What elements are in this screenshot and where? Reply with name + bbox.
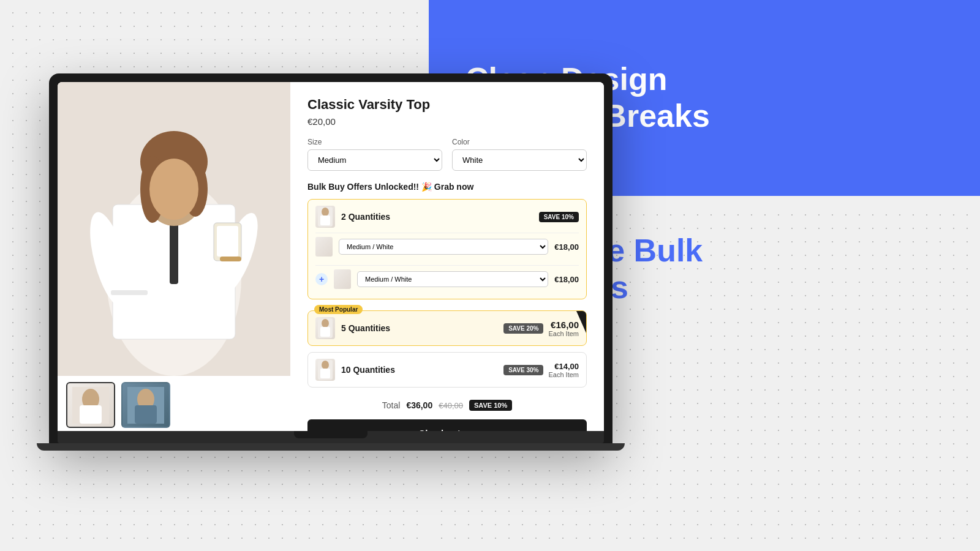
svg-rect-22 [135,405,157,424]
size-label: Size [307,138,442,146]
size-select[interactable]: Medium Small Large [307,149,442,171]
product-title: Classic Varsity Top [307,97,587,113]
total-row: Total €36,00 €40,00 SAVE 10% [307,394,587,417]
total-save-badge: SAVE 10% [469,400,512,411]
product-detail-col: Classic Varsity Top €20,00 Size Medium S… [290,82,604,431]
svg-rect-16 [111,290,148,295]
svg-rect-28 [320,327,330,337]
tier-2-left: 2 Quantities [315,206,390,228]
tier-2-qty: 2 Quantities [341,212,390,222]
tier-10-thumb [315,359,335,381]
product-main-image [58,82,290,376]
tier-10-price: €14,00 [548,362,579,371]
tier-10-left: 10 Quantities [315,359,395,381]
bulk-header: Bulk Buy Offers Unlocked!! 🎉 Grab now [307,182,587,192]
laptop-bottom-bar [58,431,604,443]
tier-5-price-container: €16,00 Each Item [548,320,579,337]
color-label: Color [452,138,587,146]
thumbnail-denim[interactable] [121,382,170,428]
tier-10-save-price: SAVE 30% €14,00 Each Item [503,362,579,378]
tier-10-quantities[interactable]: 10 Quantities SAVE 30% €14,00 Each Item [307,352,587,388]
tier-10-price-container: €14,00 Each Item [548,362,579,378]
tier-10-each: Each Item [548,371,579,378]
laptop-screen: Classic Varsity Top €20,00 Size Medium S… [58,82,604,431]
tier-2-thumb [315,206,335,228]
plus-icon: + [315,273,328,285]
tier-2-save-badge: SAVE 10% [539,212,579,222]
laptop-notch [294,431,368,438]
tier-2-header: 2 Quantities SAVE 10% [315,206,579,228]
total-new-price: €36,00 [406,400,432,410]
variant-row-1: Medium / White Small / White €18,00 [315,233,579,260]
total-old-price: €40,00 [439,401,463,410]
variant-1-thumb [315,237,333,257]
svg-rect-25 [320,216,330,225]
thumbnail-white[interactable] [66,382,115,428]
tier-5-price: €16,00 [548,320,579,330]
variant-1-price: €18,00 [554,242,579,252]
product-thumbnails [58,376,290,431]
color-selector-group: Color White Black Blue [452,138,587,171]
product-price: €20,00 [307,116,587,127]
variant-1-select[interactable]: Medium / White Small / White [339,239,548,255]
tier-2-quantities[interactable]: 2 Quantities SAVE 10% Medium / White Sma… [307,199,587,299]
svg-rect-19 [80,405,102,424]
tier-5-save-badge: SAVE 20% [503,323,543,334]
selectors-row: Size Medium Small Large Color White [307,138,587,171]
tier-5-header: 5 Quantities SAVE 20% €16,00 Each Item [315,317,579,339]
tier-5-each: Each Item [548,330,579,337]
svg-point-30 [322,361,329,369]
checkout-button[interactable]: Checkout → [307,419,587,431]
variant-2-thumb [334,269,351,289]
tier-5-left: 5 Quantities [315,317,390,339]
product-image-col [58,82,290,431]
tier-5-thumb [315,317,335,339]
tier-10-header: 10 Quantities SAVE 30% €14,00 Each Item [315,359,579,381]
size-selector-group: Size Medium Small Large [307,138,442,171]
tier-10-save-badge: SAVE 30% [503,365,543,375]
variant-2-price: €18,00 [554,275,579,284]
svg-rect-15 [220,257,241,261]
svg-point-10 [149,159,198,220]
svg-rect-14 [217,226,238,257]
tier-5-quantities[interactable]: Most Popular [307,310,587,346]
tier-5-qty: 5 Quantities [341,323,390,333]
svg-rect-31 [320,369,330,378]
total-label: Total [382,400,401,410]
variant-2-select[interactable]: Medium / White Small / White [357,271,548,287]
variant-row-2: + Medium / White Small / White €18,00 [315,265,579,293]
laptop-wrapper: Classic Varsity Top €20,00 Size Medium S… [49,73,612,451]
most-popular-tag: Most Popular [314,305,363,314]
bookmark-icon [576,311,586,333]
tier-5-save-price: SAVE 20% €16,00 Each Item [503,320,579,337]
color-select[interactable]: White Black Blue [452,149,587,171]
laptop-body: Classic Varsity Top €20,00 Size Medium S… [49,73,612,443]
svg-point-24 [322,208,329,216]
svg-point-27 [322,319,329,328]
laptop-base [37,443,625,451]
left-panel: Classic Varsity Top €20,00 Size Medium S… [0,0,429,551]
tier-10-qty: 10 Quantities [341,365,395,375]
